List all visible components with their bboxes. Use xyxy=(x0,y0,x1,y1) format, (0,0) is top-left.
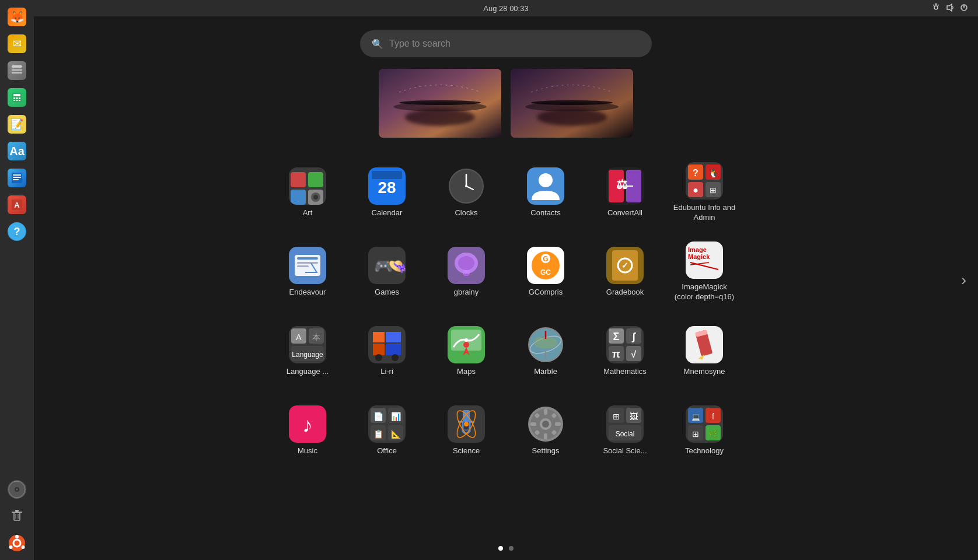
next-page-arrow[interactable]: › xyxy=(961,271,966,289)
art-label: Art xyxy=(303,208,313,218)
app-item-language[interactable]: A 本 Language Language ... xyxy=(270,314,345,388)
app-item-gradebook[interactable]: ✓ Gradebook xyxy=(588,235,662,309)
liri-label: Li-ri xyxy=(380,367,393,377)
sidebar-item-writer[interactable] xyxy=(5,166,29,190)
app-item-gbrainy[interactable]: gbrainy xyxy=(429,235,504,309)
sidebar-item-ubuntu[interactable] xyxy=(5,531,29,555)
svg-point-33 xyxy=(935,3,937,5)
svg-line-34 xyxy=(933,5,934,6)
app-item-settings[interactable]: Settings xyxy=(508,393,583,468)
sidebar-item-cd[interactable] xyxy=(5,477,29,502)
topbar-actions xyxy=(931,3,969,14)
calculator-icon xyxy=(8,88,26,107)
files-icon xyxy=(8,61,26,80)
svg-text:⚖: ⚖ xyxy=(616,177,628,192)
sidebar-item-notes[interactable]: 📝 xyxy=(5,112,29,136)
app-item-science[interactable]: Science xyxy=(429,393,504,468)
cd-icon xyxy=(8,480,26,499)
app-item-calendar[interactable]: 28 Calendar xyxy=(350,155,424,230)
mnemosyne-icon xyxy=(686,326,723,363)
pagination-dot-1[interactable] xyxy=(498,546,503,551)
sidebar-item-help[interactable]: ? xyxy=(5,219,29,244)
app-item-social[interactable]: ⊞ 🖼 Social Social Scie... xyxy=(588,393,662,468)
help-icon: ? xyxy=(8,222,26,241)
svg-rect-0 xyxy=(12,65,22,68)
svg-rect-78 xyxy=(297,257,318,260)
app-row-4: ♪ Music 📄 📊 📋 xyxy=(270,393,742,468)
svg-text:📋: 📋 xyxy=(373,429,384,439)
app-item-convertall[interactable]: ⚖ ConvertAll xyxy=(588,155,662,230)
search-bar[interactable]: 🔍 Type to search xyxy=(360,30,652,57)
svg-rect-8 xyxy=(13,100,15,102)
app-item-office[interactable]: 📄 📊 📋 📐 Office xyxy=(350,393,424,468)
svg-point-115 xyxy=(375,354,382,361)
svg-rect-113 xyxy=(386,344,401,355)
app-item-games[interactable]: 🎮 👒 Games xyxy=(350,235,424,309)
sidebar-item-mail[interactable]: ✉ xyxy=(5,32,29,56)
pagination-dot-2[interactable] xyxy=(509,546,514,551)
svg-rect-2 xyxy=(12,72,22,74)
main-content: Aug 28 00:33 🔍 Type to search xyxy=(34,0,978,560)
svg-rect-4 xyxy=(13,94,20,96)
svg-text:Σ: Σ xyxy=(613,331,620,342)
svg-text:?: ? xyxy=(14,226,20,237)
clocks-label: Clocks xyxy=(455,208,477,218)
svg-text:Image: Image xyxy=(688,246,707,253)
imagemagick-icon: Image Magick xyxy=(686,242,723,279)
wallpaper-thumb-1[interactable] xyxy=(379,69,501,138)
app-item-endeavour[interactable]: Endeavour xyxy=(270,235,345,309)
app-item-technology[interactable]: 💻 f ⊞ 🌿 Technology xyxy=(667,393,742,468)
sidebar-item-files[interactable] xyxy=(5,58,29,83)
app-item-edubuntu[interactable]: ? 🐧 ● ⊞ Edubuntu Info and Admin xyxy=(667,155,742,230)
svg-rect-14 xyxy=(13,179,19,180)
sidebar-item-firefox[interactable]: 🦊 xyxy=(5,5,29,29)
svg-text:Language: Language xyxy=(292,351,323,359)
wallpaper-thumb-2[interactable] xyxy=(511,69,633,138)
app-row-1: Art 28 Calendar xyxy=(270,155,742,230)
svg-rect-22 xyxy=(14,512,20,520)
clocks-icon xyxy=(448,167,485,205)
app-item-liri[interactable]: Li-ri xyxy=(350,314,424,388)
marble-icon xyxy=(527,326,564,363)
svg-point-116 xyxy=(392,354,399,361)
svg-text:G: G xyxy=(543,255,548,263)
sidebar-item-trash[interactable] xyxy=(5,504,29,528)
mail-icon: ✉ xyxy=(8,34,26,53)
svg-text:A: A xyxy=(296,332,302,342)
maps-label: Maps xyxy=(457,367,476,377)
svg-text:●: ● xyxy=(693,185,698,195)
app-item-art[interactable]: Art xyxy=(270,155,345,230)
sidebar-item-font-manager[interactable]: Aa xyxy=(5,139,29,163)
technology-icon: 💻 f ⊞ 🌿 xyxy=(686,405,723,443)
svg-point-121 xyxy=(463,342,469,348)
svg-point-119 xyxy=(464,338,468,342)
app-item-gcompris[interactable]: G GC GCompris xyxy=(508,235,583,309)
technology-label: Technology xyxy=(685,446,724,456)
svg-rect-6 xyxy=(16,97,18,99)
svg-marker-36 xyxy=(947,4,952,11)
marble-label: Marble xyxy=(534,367,557,377)
app-item-imagemagick[interactable]: Image Magick ImageMagick (color depth=q1… xyxy=(667,235,742,309)
sidebar-item-calculator[interactable] xyxy=(5,85,29,110)
app-item-mathematics[interactable]: Σ ∫ π √ Mathematics xyxy=(588,314,662,388)
app-item-contacts[interactable]: Contacts xyxy=(508,155,583,230)
sound-icon[interactable] xyxy=(945,3,955,14)
svg-point-86 xyxy=(458,256,474,270)
app-item-music[interactable]: ♪ Music xyxy=(270,393,345,468)
app-item-maps[interactable]: Maps xyxy=(429,314,504,388)
network-icon[interactable] xyxy=(931,3,941,14)
svg-text:⊞: ⊞ xyxy=(692,429,699,439)
app-item-marble[interactable]: Marble xyxy=(508,314,583,388)
games-icon: 🎮 👒 xyxy=(368,247,406,284)
office-label: Office xyxy=(377,446,397,456)
svg-rect-48 xyxy=(308,172,323,187)
svg-point-31 xyxy=(22,545,25,549)
power-icon[interactable] xyxy=(959,3,969,14)
svg-text:🌿: 🌿 xyxy=(708,429,719,439)
svg-rect-5 xyxy=(13,97,15,99)
app-item-clocks[interactable]: Clocks xyxy=(429,155,504,230)
games-label: Games xyxy=(375,288,399,298)
app-item-mnemosyne[interactable]: Mnemosyne xyxy=(667,314,742,388)
endeavour-icon xyxy=(289,247,326,284)
sidebar-item-app-store[interactable]: A xyxy=(5,192,29,217)
